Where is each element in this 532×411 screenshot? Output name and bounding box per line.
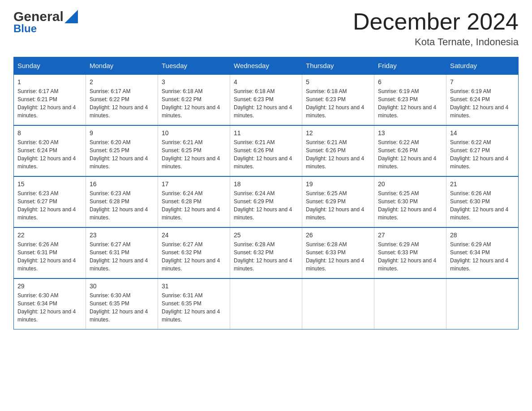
day-info: Sunrise: 6:21 AMSunset: 6:25 PMDaylight:… bbox=[162, 138, 226, 171]
month-title: December 2024 bbox=[353, 9, 519, 34]
calendar-cell: 24Sunrise: 6:27 AMSunset: 6:32 PMDayligh… bbox=[158, 227, 230, 278]
day-number: 8 bbox=[17, 129, 82, 137]
day-info: Sunrise: 6:26 AMSunset: 6:30 PMDaylight:… bbox=[450, 189, 515, 222]
calendar-cell bbox=[446, 278, 519, 330]
calendar-week-row: 15Sunrise: 6:23 AMSunset: 6:27 PMDayligh… bbox=[14, 176, 519, 227]
calendar-week-row: 22Sunrise: 6:26 AMSunset: 6:31 PMDayligh… bbox=[14, 227, 519, 278]
calendar-cell: 29Sunrise: 6:30 AMSunset: 6:34 PMDayligh… bbox=[14, 278, 86, 330]
calendar-cell: 26Sunrise: 6:28 AMSunset: 6:33 PMDayligh… bbox=[302, 227, 374, 278]
calendar-cell: 27Sunrise: 6:29 AMSunset: 6:33 PMDayligh… bbox=[374, 227, 446, 278]
day-info: Sunrise: 6:20 AMSunset: 6:24 PMDaylight:… bbox=[17, 138, 82, 171]
calendar-header-row: SundayMondayTuesdayWednesdayThursdayFrid… bbox=[14, 57, 519, 75]
calendar-cell: 22Sunrise: 6:26 AMSunset: 6:31 PMDayligh… bbox=[14, 227, 86, 278]
logo-icon bbox=[64, 10, 78, 23]
calendar-cell: 31Sunrise: 6:31 AMSunset: 6:35 PMDayligh… bbox=[158, 278, 230, 330]
day-number: 9 bbox=[90, 129, 154, 137]
day-number: 18 bbox=[234, 180, 298, 188]
calendar-cell: 5Sunrise: 6:18 AMSunset: 6:23 PMDaylight… bbox=[302, 74, 374, 125]
day-info: Sunrise: 6:19 AMSunset: 6:24 PMDaylight:… bbox=[450, 87, 515, 120]
day-header-thursday: Thursday bbox=[302, 57, 374, 75]
day-number: 24 bbox=[162, 231, 226, 239]
day-info: Sunrise: 6:25 AMSunset: 6:30 PMDaylight:… bbox=[378, 189, 442, 222]
day-header-sunday: Sunday bbox=[14, 57, 86, 75]
day-info: Sunrise: 6:21 AMSunset: 6:26 PMDaylight:… bbox=[306, 138, 370, 171]
day-info: Sunrise: 6:22 AMSunset: 6:27 PMDaylight:… bbox=[450, 138, 515, 171]
day-number: 19 bbox=[306, 180, 370, 188]
day-number: 21 bbox=[450, 180, 515, 188]
page-header: General Blue December 2024 Kota Ternate,… bbox=[13, 9, 519, 48]
day-number: 22 bbox=[17, 231, 82, 239]
day-info: Sunrise: 6:21 AMSunset: 6:26 PMDaylight:… bbox=[234, 138, 298, 171]
calendar-cell: 8Sunrise: 6:20 AMSunset: 6:24 PMDaylight… bbox=[14, 125, 86, 176]
day-number: 4 bbox=[234, 78, 298, 86]
day-number: 31 bbox=[162, 283, 226, 290]
calendar-cell: 21Sunrise: 6:26 AMSunset: 6:30 PMDayligh… bbox=[446, 176, 519, 227]
day-info: Sunrise: 6:19 AMSunset: 6:23 PMDaylight:… bbox=[378, 87, 442, 120]
day-number: 5 bbox=[306, 78, 370, 86]
svg-marker-0 bbox=[64, 10, 78, 23]
calendar-week-row: 8Sunrise: 6:20 AMSunset: 6:24 PMDaylight… bbox=[14, 125, 519, 176]
day-number: 15 bbox=[17, 180, 82, 188]
calendar-cell: 30Sunrise: 6:30 AMSunset: 6:35 PMDayligh… bbox=[86, 278, 158, 330]
calendar-cell: 23Sunrise: 6:27 AMSunset: 6:31 PMDayligh… bbox=[86, 227, 158, 278]
location-text: Kota Ternate, Indonesia bbox=[353, 36, 519, 48]
day-info: Sunrise: 6:18 AMSunset: 6:23 PMDaylight:… bbox=[234, 87, 298, 120]
calendar-cell: 7Sunrise: 6:19 AMSunset: 6:24 PMDaylight… bbox=[446, 74, 519, 125]
calendar-week-row: 1Sunrise: 6:17 AMSunset: 6:21 PMDaylight… bbox=[14, 74, 519, 125]
calendar-cell bbox=[302, 278, 374, 330]
day-info: Sunrise: 6:25 AMSunset: 6:29 PMDaylight:… bbox=[306, 189, 370, 222]
calendar-cell: 28Sunrise: 6:29 AMSunset: 6:34 PMDayligh… bbox=[446, 227, 519, 278]
day-header-monday: Monday bbox=[86, 57, 158, 75]
day-info: Sunrise: 6:30 AMSunset: 6:34 PMDaylight:… bbox=[17, 291, 82, 324]
calendar-cell: 6Sunrise: 6:19 AMSunset: 6:23 PMDaylight… bbox=[374, 74, 446, 125]
day-number: 11 bbox=[234, 129, 298, 137]
day-number: 27 bbox=[378, 231, 442, 239]
day-info: Sunrise: 6:17 AMSunset: 6:21 PMDaylight:… bbox=[17, 87, 82, 120]
calendar-cell: 1Sunrise: 6:17 AMSunset: 6:21 PMDaylight… bbox=[14, 74, 86, 125]
day-header-friday: Friday bbox=[374, 57, 446, 75]
calendar-cell: 4Sunrise: 6:18 AMSunset: 6:23 PMDaylight… bbox=[230, 74, 302, 125]
day-number: 26 bbox=[306, 231, 370, 239]
calendar-cell: 9Sunrise: 6:20 AMSunset: 6:25 PMDaylight… bbox=[86, 125, 158, 176]
calendar-table: SundayMondayTuesdayWednesdayThursdayFrid… bbox=[13, 57, 519, 330]
calendar-cell: 3Sunrise: 6:18 AMSunset: 6:22 PMDaylight… bbox=[158, 74, 230, 125]
day-info: Sunrise: 6:18 AMSunset: 6:23 PMDaylight:… bbox=[306, 87, 370, 120]
calendar-cell: 20Sunrise: 6:25 AMSunset: 6:30 PMDayligh… bbox=[374, 176, 446, 227]
calendar-cell: 15Sunrise: 6:23 AMSunset: 6:27 PMDayligh… bbox=[14, 176, 86, 227]
logo-blue-text: Blue bbox=[13, 22, 37, 35]
day-number: 28 bbox=[450, 231, 515, 239]
day-number: 2 bbox=[90, 78, 154, 86]
calendar-cell: 10Sunrise: 6:21 AMSunset: 6:25 PMDayligh… bbox=[158, 125, 230, 176]
day-number: 1 bbox=[17, 78, 82, 86]
day-info: Sunrise: 6:17 AMSunset: 6:22 PMDaylight:… bbox=[90, 87, 154, 120]
title-section: December 2024 Kota Ternate, Indonesia bbox=[353, 9, 519, 48]
calendar-cell: 19Sunrise: 6:25 AMSunset: 6:29 PMDayligh… bbox=[302, 176, 374, 227]
day-info: Sunrise: 6:28 AMSunset: 6:33 PMDaylight:… bbox=[306, 240, 370, 273]
day-number: 20 bbox=[378, 180, 442, 188]
day-number: 29 bbox=[17, 283, 82, 290]
day-number: 13 bbox=[378, 129, 442, 137]
calendar-cell: 18Sunrise: 6:24 AMSunset: 6:29 PMDayligh… bbox=[230, 176, 302, 227]
day-number: 3 bbox=[162, 78, 226, 86]
day-number: 25 bbox=[234, 231, 298, 239]
day-info: Sunrise: 6:22 AMSunset: 6:26 PMDaylight:… bbox=[378, 138, 442, 171]
day-number: 10 bbox=[162, 129, 226, 137]
day-number: 14 bbox=[450, 129, 515, 137]
day-info: Sunrise: 6:27 AMSunset: 6:31 PMDaylight:… bbox=[90, 240, 154, 273]
day-info: Sunrise: 6:29 AMSunset: 6:34 PMDaylight:… bbox=[450, 240, 515, 273]
day-info: Sunrise: 6:28 AMSunset: 6:32 PMDaylight:… bbox=[234, 240, 298, 273]
logo: General Blue bbox=[13, 9, 78, 35]
day-info: Sunrise: 6:20 AMSunset: 6:25 PMDaylight:… bbox=[90, 138, 154, 171]
calendar-cell: 16Sunrise: 6:23 AMSunset: 6:28 PMDayligh… bbox=[86, 176, 158, 227]
day-number: 23 bbox=[90, 231, 154, 239]
day-info: Sunrise: 6:29 AMSunset: 6:33 PMDaylight:… bbox=[378, 240, 442, 273]
calendar-cell: 2Sunrise: 6:17 AMSunset: 6:22 PMDaylight… bbox=[86, 74, 158, 125]
day-number: 12 bbox=[306, 129, 370, 137]
calendar-cell: 14Sunrise: 6:22 AMSunset: 6:27 PMDayligh… bbox=[446, 125, 519, 176]
calendar-cell: 17Sunrise: 6:24 AMSunset: 6:28 PMDayligh… bbox=[158, 176, 230, 227]
calendar-week-row: 29Sunrise: 6:30 AMSunset: 6:34 PMDayligh… bbox=[14, 278, 519, 330]
calendar-cell bbox=[374, 278, 446, 330]
day-number: 16 bbox=[90, 180, 154, 188]
calendar-cell: 11Sunrise: 6:21 AMSunset: 6:26 PMDayligh… bbox=[230, 125, 302, 176]
calendar-cell: 25Sunrise: 6:28 AMSunset: 6:32 PMDayligh… bbox=[230, 227, 302, 278]
